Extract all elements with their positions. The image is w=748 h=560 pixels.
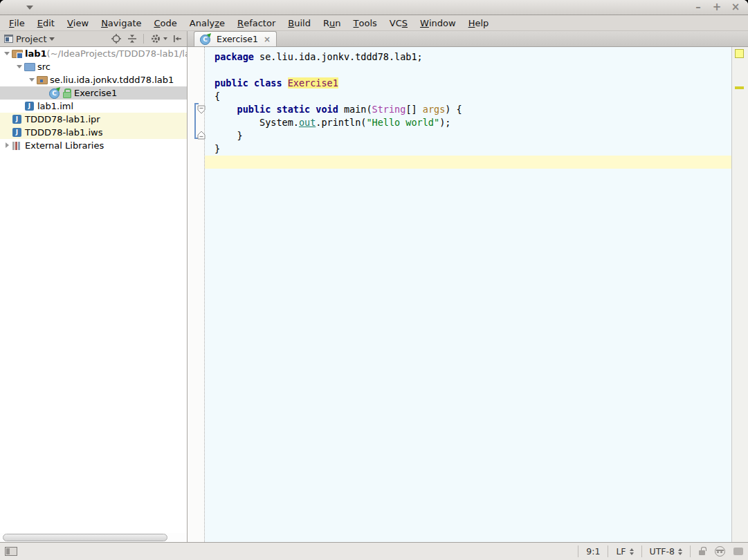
code-token: .println( xyxy=(316,117,366,128)
spinner-arrows-icon xyxy=(678,546,682,557)
tree-item-label: External Libraries xyxy=(25,140,104,151)
ide-window: – + × FileEditViewNavigateCodeAnalyzeRef… xyxy=(0,0,748,560)
editor-tab-bar: Exercise1 × xyxy=(188,31,748,46)
toolbar-separator xyxy=(143,34,144,44)
chevron-down-icon[interactable] xyxy=(49,37,55,44)
hector-inspector-icon[interactable] xyxy=(715,546,725,557)
code-line-7[interactable]: } xyxy=(205,129,731,142)
class-icon xyxy=(49,88,60,98)
tree-item-label: src xyxy=(37,62,51,72)
code-token: se.liu.ida.jonkv.tddd78.lab1; xyxy=(254,51,423,62)
window-menu-arrow-icon[interactable] xyxy=(26,6,33,10)
menu-analyze[interactable]: Analyze xyxy=(183,15,231,30)
maximize-button[interactable]: + xyxy=(711,2,722,12)
code-line-4[interactable]: { xyxy=(205,90,731,103)
menu-edit[interactable]: Edit xyxy=(31,15,61,30)
code-token: [] xyxy=(405,104,422,115)
scrollbar-thumb[interactable] xyxy=(3,534,167,541)
tree-arrow-spacer xyxy=(3,113,12,126)
tab-close-icon[interactable]: × xyxy=(264,35,271,44)
tree-item-tddd78-lab1-ipr[interactable]: TDDD78-lab1.ipr xyxy=(0,113,187,126)
encoding-selector[interactable]: UTF-8 xyxy=(641,545,690,557)
fold-collapse-icon[interactable] xyxy=(197,129,206,142)
spinner-arrows-icon xyxy=(630,546,634,557)
tree-expanded-arrow-icon[interactable] xyxy=(28,73,37,86)
code-token: out xyxy=(299,117,316,128)
code-line-9[interactable] xyxy=(205,156,731,169)
fold-collapse-icon[interactable] xyxy=(197,104,206,117)
tree-item-exercise1[interactable]: Exercise1 xyxy=(0,86,187,100)
tree-item-se-liu-ida-jonkv-tddd78-lab1[interactable]: se.liu.ida.jonkv.tddd78.lab1 xyxy=(0,73,187,86)
menu-build[interactable]: Build xyxy=(282,15,317,30)
menu-bar: FileEditViewNavigateCodeAnalyzeRefactorB… xyxy=(0,15,748,31)
tool-row: Project xyxy=(0,31,748,47)
menu-window[interactable]: Window xyxy=(414,15,462,30)
menu-vcs[interactable]: VCS xyxy=(383,15,414,30)
tree-item-lab1-iml[interactable]: lab1.iml xyxy=(0,100,187,113)
code-token: System. xyxy=(215,117,299,128)
close-button[interactable]: × xyxy=(730,2,741,12)
code-line-5[interactable]: public static void main(String[] args) { xyxy=(205,103,731,116)
title-bar[interactable]: – + × xyxy=(0,0,748,15)
project-horizontal-scrollbar[interactable] xyxy=(0,533,187,542)
menu-run[interactable]: Run xyxy=(317,15,347,30)
tree-expanded-arrow-icon[interactable] xyxy=(3,47,12,60)
encoding-value: UTF-8 xyxy=(650,546,675,557)
code-token: ) { xyxy=(445,104,462,115)
window-controls: – + × xyxy=(693,0,741,15)
menu-code[interactable]: Code xyxy=(148,15,183,30)
tree-collapsed-arrow-icon[interactable] xyxy=(3,139,12,152)
locate-icon[interactable] xyxy=(109,32,122,46)
code-token: public static void xyxy=(237,104,338,115)
minimize-button[interactable]: – xyxy=(693,2,704,12)
project-folder-icon xyxy=(12,48,22,59)
menu-navigate[interactable]: Navigate xyxy=(95,15,147,30)
tree-item-tddd78-lab1-iws[interactable]: TDDD78-lab1.iws xyxy=(0,126,187,139)
tab-exercise1[interactable]: Exercise1 × xyxy=(194,31,277,46)
line-separator-value: LF xyxy=(616,546,626,557)
code-line-3[interactable]: public class Exercise1 xyxy=(205,77,731,90)
lock-icon[interactable] xyxy=(699,547,706,556)
tree-item-src[interactable]: src xyxy=(0,60,187,73)
code-line-1[interactable]: package se.liu.ida.jonkv.tddd78.lab1; xyxy=(205,50,731,64)
menu-tools[interactable]: Tools xyxy=(347,15,383,30)
code-token: } xyxy=(215,143,220,154)
project-tool-title[interactable]: Project xyxy=(16,34,46,44)
inspection-stripe xyxy=(731,47,748,542)
tree-item-external-libraries[interactable]: External Libraries xyxy=(0,139,187,152)
inspection-status-icon[interactable] xyxy=(735,49,744,58)
event-log-bubble-icon[interactable] xyxy=(733,548,743,555)
editor-area: package se.liu.ida.jonkv.tddd78.lab1;pub… xyxy=(188,47,748,542)
code-token: package xyxy=(215,51,254,62)
module-file-icon xyxy=(12,127,22,138)
hide-panel-icon[interactable] xyxy=(170,32,183,46)
gear-dropdown-arrow-icon[interactable] xyxy=(163,37,167,42)
tree-item-path: (~/IdeaProjects/TDDD78-lab1/la xyxy=(47,48,187,59)
libraries-icon xyxy=(12,140,22,151)
caret-position[interactable]: 9:1 xyxy=(578,545,608,557)
collapse-all-icon[interactable] xyxy=(125,32,138,46)
menu-view[interactable]: View xyxy=(61,15,95,30)
status-icons xyxy=(690,545,743,557)
tree-item-label: lab1.iml xyxy=(37,101,73,111)
menu-help[interactable]: Help xyxy=(462,15,495,30)
code-line-2[interactable] xyxy=(205,64,731,77)
settings-gear-icon[interactable] xyxy=(149,32,162,46)
code-token: } xyxy=(215,130,243,141)
tree-expanded-arrow-icon[interactable] xyxy=(15,60,24,73)
menu-refactor[interactable]: Refactor xyxy=(231,15,282,30)
class-icon xyxy=(200,34,210,44)
menu-file[interactable]: File xyxy=(3,15,31,30)
package-icon xyxy=(37,75,47,85)
tree-item-lab1[interactable]: lab1 (~/IdeaProjects/TDDD78-lab1/la xyxy=(0,47,187,60)
project-tool-icon xyxy=(4,35,13,43)
code-token xyxy=(215,104,237,115)
code-token: public class xyxy=(215,77,288,88)
toolwindow-toggle-icon[interactable] xyxy=(5,547,17,556)
tree-arrow-spacer xyxy=(40,86,49,100)
warning-marker[interactable] xyxy=(735,86,744,89)
line-separator-selector[interactable]: LF xyxy=(608,545,641,557)
code-line-6[interactable]: System.out.println("Hello world"); xyxy=(205,116,731,129)
code-editor[interactable]: package se.liu.ida.jonkv.tddd78.lab1;pub… xyxy=(205,47,731,542)
code-line-8[interactable]: } xyxy=(205,142,731,156)
